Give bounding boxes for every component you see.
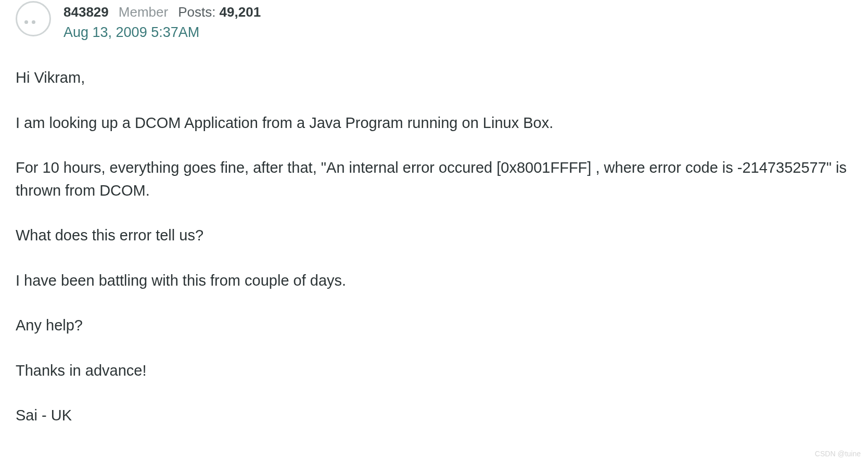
post-header: 843829 Member Posts: 49,201 Aug 13, 2009…: [16, 0, 852, 41]
author-username[interactable]: 843829: [63, 4, 109, 20]
post-paragraph: I am looking up a DCOM Application from …: [16, 112, 852, 135]
post-body: Hi Vikram, I am looking up a DCOM Applic…: [16, 67, 852, 427]
post-paragraph: For 10 hours, everything goes fine, afte…: [16, 157, 852, 202]
post-timestamp[interactable]: Aug 13, 2009 5:37AM: [63, 24, 261, 41]
avatar[interactable]: [16, 1, 51, 36]
post-paragraph: What does this error tell us?: [16, 224, 852, 247]
avatar-face-icon: [24, 20, 35, 24]
author-role: Member: [119, 4, 168, 20]
posts-info: Posts: 49,201: [178, 4, 261, 20]
post-paragraph: Sai - UK: [16, 404, 852, 427]
post-meta: 843829 Member Posts: 49,201 Aug 13, 2009…: [63, 1, 261, 41]
post-paragraph: Thanks in advance!: [16, 360, 852, 382]
posts-label: Posts:: [178, 4, 215, 20]
author-row: 843829 Member Posts: 49,201: [63, 4, 261, 20]
post-paragraph: Any help?: [16, 314, 852, 337]
posts-count: 49,201: [220, 4, 261, 20]
post-paragraph: Hi Vikram,: [16, 67, 852, 89]
post-paragraph: I have been battling with this from coup…: [16, 270, 852, 292]
